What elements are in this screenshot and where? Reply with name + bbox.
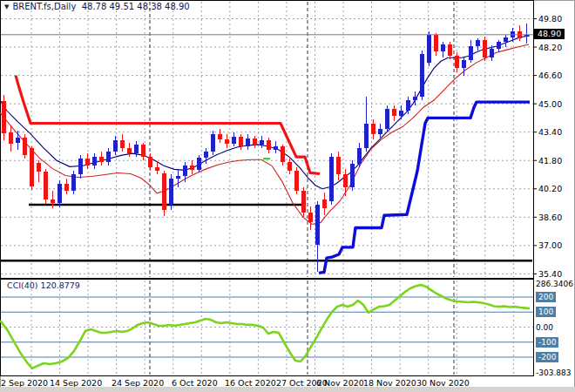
candle-body [448, 44, 452, 56]
candle-body [260, 140, 264, 145]
cci-level-tag: 200 [536, 292, 556, 302]
cci-level-tag: -100 [536, 337, 558, 348]
cci-level-tag: -200 [536, 352, 558, 362]
candle [427, 31, 431, 67]
candle-body [44, 172, 48, 199]
candle-body [30, 148, 34, 186]
candle-body [211, 134, 215, 152]
candle-body [476, 40, 480, 46]
candle-body [504, 37, 508, 42]
candle-body [85, 159, 90, 166]
chart-canvas[interactable] [0, 0, 575, 392]
candle-body [37, 163, 41, 172]
candle-body [399, 111, 403, 116]
candle [23, 134, 27, 159]
candle-body [441, 44, 445, 51]
candle-body [336, 157, 341, 174]
candle [420, 51, 424, 100]
chart-title: ▼BRENT.fs,Daily 48.78 49.51 48.38 48.90 [4, 2, 190, 11]
candle-body [51, 199, 55, 203]
cci-level-tag: 100 [536, 307, 556, 317]
price-axis-label: 40.20 [538, 184, 562, 193]
candle-body [2, 101, 6, 133]
candle-body [301, 191, 306, 213]
candle-body [162, 173, 166, 210]
candle-body [462, 60, 466, 68]
candle-body [511, 31, 515, 37]
candle-body [190, 166, 194, 170]
candle-body [120, 140, 125, 148]
candle-body [176, 176, 180, 179]
candle-body [169, 179, 173, 206]
candle-body [378, 129, 382, 134]
candle-body [92, 157, 97, 166]
candle [350, 160, 355, 191]
candle [301, 187, 306, 218]
candle-body [9, 132, 13, 144]
candle-body [392, 109, 396, 116]
candle-body [23, 138, 27, 155]
candle-body [364, 124, 369, 148]
price-axis-label: 41.80 [538, 156, 562, 166]
price-axis-label: 48.20 [538, 43, 562, 52]
candle-body [469, 46, 473, 60]
candle [483, 37, 487, 61]
candle-body [71, 174, 76, 190]
candle-body [16, 138, 20, 143]
candle-body [427, 35, 431, 64]
candle-body [204, 152, 208, 158]
candle-body [288, 162, 292, 171]
price-axis-label: 35.40 [538, 269, 562, 279]
candle-body [106, 152, 111, 162]
candle [329, 153, 334, 205]
candle-body [385, 109, 389, 128]
candle-body [197, 158, 201, 170]
price-axis-label: 38.60 [538, 213, 562, 222]
candle [44, 169, 48, 204]
candle [294, 167, 299, 194]
candle-body [371, 124, 375, 134]
window-bottom-edge [0, 387, 575, 392]
candle-body [127, 148, 132, 153]
cci-axis-label: -303.883 [536, 368, 571, 378]
candle [30, 146, 34, 190]
chart-title-text: BRENT.fs,Daily 48.78 49.51 48.38 48.90 [12, 2, 189, 11]
candle-body [225, 139, 229, 144]
current-price-tag: 48.90 [534, 29, 565, 39]
candle-body [141, 145, 145, 157]
candle-body [218, 134, 222, 139]
candle-body [294, 171, 299, 190]
candle-body [308, 213, 313, 222]
candle-body [78, 159, 83, 174]
candle-body [343, 174, 348, 186]
price-axis-label: 45.00 [538, 99, 562, 109]
candle-body [148, 157, 152, 167]
candle-body [253, 139, 257, 145]
candle-body [58, 184, 62, 203]
candle [162, 171, 166, 216]
candle [385, 105, 389, 132]
candle-body [183, 166, 187, 175]
price-axis-label: 46.60 [538, 71, 562, 80]
candle-body [497, 42, 501, 49]
candle-body [413, 97, 417, 100]
candle-body [406, 100, 410, 111]
cci-axis-label: 0.00 [536, 322, 553, 333]
candle-body [434, 35, 438, 51]
candle-body [281, 146, 285, 162]
candle-body [274, 146, 278, 150]
candle-body [490, 49, 494, 57]
symbol-dropdown-icon[interactable]: ▼ [4, 3, 9, 10]
candle [211, 131, 215, 155]
price-axis-label: 49.80 [538, 14, 562, 24]
candle-body [239, 137, 243, 146]
candle-body [232, 137, 236, 144]
candle-body [357, 148, 362, 164]
candle-body [483, 40, 487, 57]
candle-body [455, 56, 459, 68]
candle-body [315, 205, 320, 245]
cci-axis-label: 286.3406 [536, 279, 573, 289]
candle-body [64, 184, 69, 191]
candle [169, 174, 173, 210]
candle-body [134, 145, 139, 153]
